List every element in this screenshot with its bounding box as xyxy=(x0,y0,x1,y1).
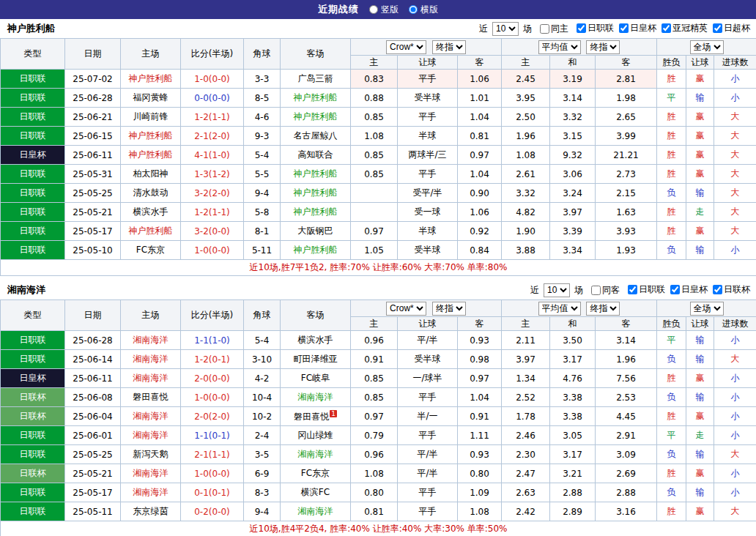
away-team-cell: 神户胜利船 xyxy=(281,184,351,203)
layout-horizontal-option[interactable]: 横版 xyxy=(409,4,438,16)
handicap-away-odds-cell: 0.93 xyxy=(458,331,502,350)
away-team-cell: 神户胜利船 xyxy=(281,165,351,184)
full-match-select[interactable]: 全场 xyxy=(690,302,724,316)
match-row: 日职联25-05-17湘南海洋0-1(0-1)8-3横滨FC0.80平手1.09… xyxy=(1,483,756,502)
average-select[interactable]: 平均值 xyxy=(538,40,581,54)
col-away: 客场 xyxy=(281,300,351,331)
same-venue-filter[interactable]: 同主 xyxy=(540,23,568,35)
handicap-line-cell: 平手 xyxy=(398,388,458,407)
match-rows-1: 日职联25-06-28湘南海洋1-1(1-0)5-4横滨水手0.96平/半0.9… xyxy=(1,331,756,521)
avg-away-odds-cell: 21.21 xyxy=(596,146,657,165)
away-team-cell: 湘南海洋 xyxy=(281,502,351,521)
away-team-cell: 神户胜利船 xyxy=(281,203,351,222)
league-checkbox[interactable] xyxy=(713,23,722,33)
matches-table-1: 类型 日期 主场 比分(半场) 角球 客场 Crow* 终指 平均值 终指 全场… xyxy=(0,299,756,536)
handicap-away-odds-cell: 0.81 xyxy=(458,127,502,146)
league-filter-option[interactable]: 日皇杯 xyxy=(619,22,656,34)
home-team-cell: 湘南海洋 xyxy=(121,407,181,426)
handicap-line-cell: 受半球 xyxy=(398,350,458,369)
avg-home-odds-cell: 2.11 xyxy=(502,331,550,350)
result-cell: 负 xyxy=(657,184,686,203)
final-index-select[interactable]: 终指 xyxy=(586,40,620,54)
horizontal-layout-radio[interactable] xyxy=(409,5,418,14)
away-team-cell: 横滨水手 xyxy=(281,331,351,350)
avg-home-odds-cell: 3.97 xyxy=(502,350,550,369)
league-checkbox[interactable] xyxy=(577,23,586,33)
handicap-result-cell: 赢 xyxy=(686,222,714,241)
league-filter-option[interactable]: 日职联 xyxy=(577,22,614,34)
date-cell: 25-05-17 xyxy=(65,483,121,502)
avg-home-odds-cell: 1.08 xyxy=(502,146,550,165)
score-cell: 4-1(1-0) xyxy=(181,146,244,165)
corner-cell: 3-3 xyxy=(244,70,281,89)
league-type-cell: 日联杯 xyxy=(1,407,65,426)
avg-away-odds-cell: 2.53 xyxy=(596,388,657,407)
corner-cell: 6-9 xyxy=(244,464,281,483)
same-venue-checkbox[interactable] xyxy=(591,286,601,295)
match-row: 日职联25-06-28湘南海洋1-1(1-0)5-4横滨水手0.96平/半0.9… xyxy=(1,331,756,350)
league-checkbox[interactable] xyxy=(619,23,629,33)
same-venue-filter[interactable]: 同客 xyxy=(591,284,620,297)
col-corner: 角球 xyxy=(244,300,281,331)
score-cell: 0-1(0-1) xyxy=(181,483,244,502)
handicap-away-odds-cell: 1.04 xyxy=(458,165,502,184)
goals-result-cell: 大 xyxy=(714,184,756,203)
date-cell: 25-05-31 xyxy=(65,165,121,184)
same-venue-checkbox[interactable] xyxy=(540,24,549,34)
corner-cell: 5-4 xyxy=(244,331,281,350)
team-name: 神户胜利船 xyxy=(7,22,55,35)
handicap-home-odds-cell: 0.79 xyxy=(351,426,398,445)
league-checkbox[interactable] xyxy=(662,23,671,33)
team-section-header-1: 湘南海洋 近 10 场 同客 日职联日皇杯日联杯 xyxy=(0,280,756,299)
handicap-line-cell: 平手 xyxy=(398,70,458,89)
league-filter-option[interactable]: 日超杯 xyxy=(713,22,750,34)
match-count-select[interactable]: 10 xyxy=(544,283,570,297)
handicap-result-cell: 赢 xyxy=(686,407,714,426)
handicap-result-cell: 走 xyxy=(686,203,714,222)
match-count-select[interactable]: 10 xyxy=(492,22,519,36)
home-team-cell: 湘南海洋 xyxy=(121,369,181,388)
league-type-cell: 日职联 xyxy=(1,89,65,108)
date-cell: 25-06-11 xyxy=(65,369,121,388)
panel-title: 近期战绩 xyxy=(318,3,359,16)
avg-home-odds-cell: 2.61 xyxy=(502,165,550,184)
final-index-select[interactable]: 终指 xyxy=(586,302,620,316)
league-checkbox[interactable] xyxy=(713,285,722,294)
handicap-line-cell: 受一球 xyxy=(398,203,458,222)
average-select[interactable]: 平均值 xyxy=(538,302,581,316)
league-checkbox[interactable] xyxy=(628,285,637,294)
full-match-group-header: 全场 xyxy=(657,39,756,56)
avg-home-odds-cell: 1.96 xyxy=(502,127,550,146)
subcol-handicap-result: 让球 xyxy=(686,317,714,331)
avg-away-odds-cell: 3.16 xyxy=(596,502,657,521)
league-filter-option[interactable]: 日职联 xyxy=(628,283,665,296)
avg-home-odds-cell: 3.88 xyxy=(502,241,550,260)
corner-cell: 2-4 xyxy=(244,426,281,445)
league-checkbox[interactable] xyxy=(670,285,680,294)
col-type: 类型 xyxy=(1,300,65,331)
handicap-line-cell: 半/一 xyxy=(398,407,458,426)
topbar: 近期战绩 竖版 横版 xyxy=(0,0,756,19)
layout-vertical-option[interactable]: 竖版 xyxy=(369,4,399,16)
final-index-select[interactable]: 终指 xyxy=(432,302,466,316)
corner-cell: 8-3 xyxy=(244,483,281,502)
odds-company-select[interactable]: Crow* xyxy=(386,302,426,316)
near-label: 近 xyxy=(530,284,539,297)
final-index-select[interactable]: 终指 xyxy=(432,40,466,54)
league-type-cell: 日职联 xyxy=(1,70,65,89)
handicap-away-odds-cell: 1.06 xyxy=(458,70,502,89)
away-team-cell: 湘南海洋 xyxy=(281,445,351,464)
handicap-away-odds-cell: 0.84 xyxy=(458,241,502,260)
league-filter-option[interactable]: 亚冠精英 xyxy=(662,22,708,34)
goals-result-cell: 大 xyxy=(714,222,756,241)
away-team-cell: 磐田喜悦1 xyxy=(281,407,351,426)
vertical-layout-radio[interactable] xyxy=(369,5,378,14)
league-filter-option[interactable]: 日皇杯 xyxy=(670,283,708,296)
handicap-home-odds-cell: 0.96 xyxy=(351,445,398,464)
subcol-avg-home: 主 xyxy=(502,317,550,331)
full-match-select[interactable]: 全场 xyxy=(690,40,724,54)
league-filters-1: 日职联日皇杯日联杯 xyxy=(623,283,750,297)
odds-company-select[interactable]: Crow* xyxy=(386,40,426,54)
league-filter-option[interactable]: 日联杯 xyxy=(713,283,750,296)
avg-draw-odds-cell: 3.24 xyxy=(550,184,596,203)
